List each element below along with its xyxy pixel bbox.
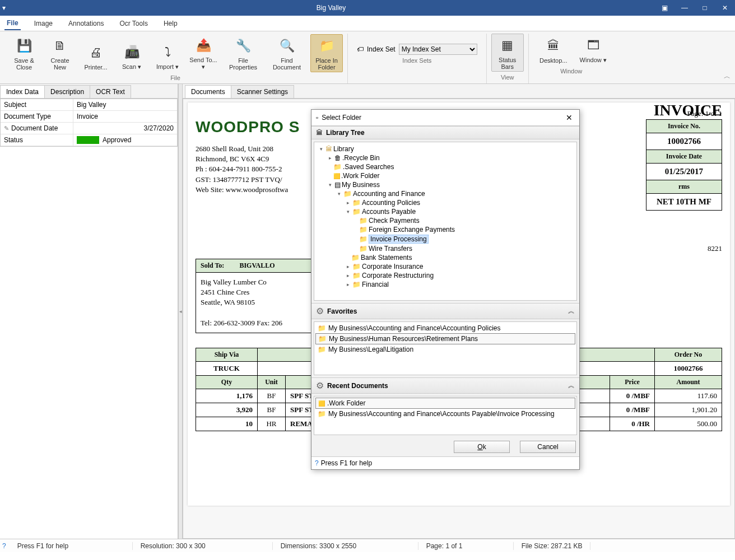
folder-icon	[343, 190, 352, 198]
gear-icon: ⚙	[316, 306, 324, 316]
idx-docdate-value[interactable]: 3/27/2020	[73, 123, 177, 134]
wrench-icon: 🔧	[233, 36, 253, 56]
dialog-icon: ▫	[316, 114, 318, 122]
status-page: Page: 1 of 1	[418, 542, 514, 550]
window-title: Big Valley	[6, 4, 657, 12]
send-icon: 📤	[193, 35, 213, 55]
tab-documents[interactable]: Documents	[185, 85, 231, 98]
left-pane: Index Data Description OCR Text SubjectB…	[0, 84, 178, 539]
expand-icon[interactable]: ▾	[318, 146, 324, 152]
folder-icon	[318, 324, 326, 332]
expand-icon[interactable]: ▾	[327, 182, 333, 188]
ok-button[interactable]: OOkk	[454, 441, 510, 453]
save-icon: 💾	[14, 36, 34, 56]
library-tree[interactable]: ▾ Library ▸🗑 .Recycle Bin .Saved Searche…	[314, 142, 577, 301]
expand-icon[interactable]: ▾	[336, 191, 342, 197]
import-button[interactable]: ⤵Import ▾	[151, 40, 184, 72]
printer-button[interactable]: 🖨Printer...	[80, 41, 112, 72]
menu-ocr-tools[interactable]: Ocr Tools	[117, 17, 150, 30]
business-icon: ▤	[334, 181, 341, 189]
save-close-button[interactable]: 💾Save & Close	[8, 34, 40, 72]
folder-icon	[318, 346, 326, 353]
tab-ocr-text[interactable]: OCR Text	[90, 85, 131, 98]
menu-annotations[interactable]: Annotations	[66, 17, 106, 30]
recent-item[interactable]: .Work Folder	[315, 398, 575, 409]
scanner-icon: 📠	[122, 42, 142, 62]
tab-description[interactable]: Description	[44, 85, 90, 98]
folder-icon	[359, 226, 368, 234]
favorite-item[interactable]: My Business\Accounting and Finance\Accou…	[315, 323, 575, 333]
gear-icon: ⚙	[316, 380, 324, 391]
pencil-icon	[4, 124, 9, 132]
work-folder-icon	[333, 172, 340, 180]
window-button[interactable]: 🗔Window ▾	[577, 34, 610, 66]
desktop-button[interactable]: 🏛Desktop...	[533, 34, 574, 66]
scan-button[interactable]: 📠Scan ▾	[115, 40, 148, 72]
ribbon-toggle-icon[interactable]: ▣	[657, 2, 672, 14]
dialog-close-button[interactable]: ✕	[564, 113, 575, 122]
idx-status-value[interactable]: Approved	[73, 134, 177, 146]
expand-icon[interactable]: ▸	[345, 273, 351, 278]
tab-index-data[interactable]: Index Data	[0, 85, 45, 98]
recent-item[interactable]: My Business\Accounting and Finance\Accou…	[315, 409, 575, 419]
folder-icon	[359, 235, 368, 243]
window-icon: 🗔	[583, 35, 603, 55]
ribbon-group-view: View	[501, 73, 514, 82]
printer-icon: 🖨	[86, 43, 106, 63]
menu-help[interactable]: Help	[161, 17, 180, 30]
create-new-button[interactable]: 🗎Create New	[44, 34, 76, 72]
company-logo: WOODPRO S	[196, 118, 300, 136]
menu-file[interactable]: File	[4, 17, 21, 30]
place-in-folder-button[interactable]: 📁Place In Folder	[310, 34, 343, 72]
expand-icon[interactable]: ▸	[327, 155, 333, 161]
library-icon	[325, 145, 332, 153]
favorite-item[interactable]: My Business\Human Resources\Retirement P…	[315, 333, 575, 344]
splitter[interactable]: ◂	[178, 84, 183, 539]
tab-scanner-settings[interactable]: Scanner Settings	[231, 85, 294, 98]
ribbon-group-file: File	[170, 73, 180, 82]
expand-icon[interactable]: ▸	[345, 282, 351, 287]
expand-icon[interactable]: ▸	[345, 264, 351, 269]
index-grid: SubjectBig Valley Document TypeInvoice D…	[0, 99, 178, 147]
statusbar-icon: ▦	[497, 35, 518, 55]
find-document-button[interactable]: 🔍Find Document	[267, 34, 307, 72]
tree-node-invoice-processing[interactable]: Invoice Processing	[315, 234, 575, 244]
recent-header: Recent Documents	[327, 382, 388, 390]
help-icon: ?	[315, 459, 319, 467]
index-set-select[interactable]: My Index Set	[399, 44, 477, 55]
ribbon-collapse-icon[interactable]: ︿	[724, 72, 731, 81]
minimize-button[interactable]: —	[677, 2, 692, 14]
maximize-button[interactable]: □	[697, 2, 713, 14]
collapse-icon[interactable]: ︽	[568, 306, 575, 316]
cancel-button[interactable]: Cancel	[520, 441, 576, 453]
import-icon: ⤵	[157, 42, 178, 62]
favorite-item[interactable]: My Business\Legal\Litigation	[315, 344, 575, 354]
ribbon-group-window: Window	[560, 67, 582, 76]
menu-image[interactable]: Image	[32, 17, 55, 30]
ribbon-group-index: Index Sets	[402, 56, 431, 65]
invoice-info-table: Invoice No.10002766 Invoice Date01/25/20…	[646, 119, 722, 211]
dialog-help-text: Press F1 for help	[321, 459, 372, 467]
folder-icon	[352, 263, 361, 270]
collapse-icon[interactable]: ︽	[568, 381, 575, 390]
close-button[interactable]: ✕	[717, 2, 733, 14]
select-folder-dialog: ▫ Select Folder ✕ 🏛Library Tree ▾ Librar…	[311, 109, 580, 470]
company-address: 2680 Shell Road, Unit 208Richmond, BC V6…	[196, 144, 300, 195]
send-to-button[interactable]: 📤Send To... ▾	[187, 34, 220, 72]
work-folder-icon	[318, 399, 325, 407]
status-file-size: File Size: 287.21 KB	[514, 542, 591, 550]
idx-subject-value[interactable]: Big Valley	[73, 99, 177, 110]
folder-icon	[352, 208, 361, 216]
idx-doctype-value[interactable]: Invoice	[73, 111, 177, 122]
status-bars-button[interactable]: ▦Status Bars	[491, 34, 524, 72]
help-icon: ?	[2, 542, 6, 550]
idx-subject-label: Subject	[1, 99, 73, 110]
tag-icon: 🏷	[357, 45, 364, 53]
expand-icon[interactable]: ▸	[345, 200, 351, 206]
idx-doctype-label: Document Type	[1, 111, 73, 122]
acct-number: 8221	[646, 211, 722, 253]
expand-icon[interactable]: ▾	[345, 209, 351, 214]
status-bar: ? Press F1 for help Resolution: 300 x 30…	[0, 539, 735, 552]
file-properties-button[interactable]: 🔧File Properties	[223, 34, 263, 72]
idx-status-label: Status	[1, 134, 73, 146]
